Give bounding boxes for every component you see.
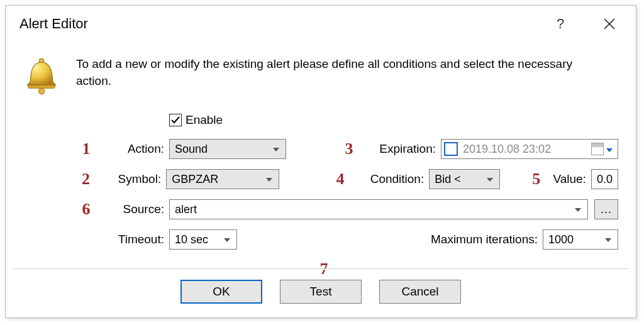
check-icon [171,116,180,124]
symbol-value: GBPZAR [172,173,218,186]
condition-select[interactable]: Bid < [429,169,500,189]
close-button[interactable] [596,10,623,38]
annotation-3: 3 [339,140,359,158]
annotation-6: 6 [76,200,96,219]
footer: OK Test Cancel [6,280,636,304]
form: Enable 1 Action: Sound 3 Expiration: 201… [76,109,618,255]
source-value: alert [175,203,197,216]
source-select[interactable]: alert [169,199,588,219]
intro-text: To add a new or modify the existing aler… [76,55,598,89]
timeout-label: Timeout: [96,233,169,246]
ok-button[interactable]: OK [180,280,262,304]
titlebar: Alert Editor ? [6,6,636,42]
expiration-label: Expiration: [359,142,441,156]
alert-editor-dialog: Alert Editor ? [5,5,636,318]
max-iterations-select[interactable]: 1000 [543,229,618,250]
symbol-label: Symbol: [96,172,166,186]
expiration-field[interactable]: 2019.10.08 23:02 [441,139,618,159]
dialog-body: To add a new or modify the existing aler… [6,42,636,255]
expiration-dropdown-icon[interactable] [604,143,615,155]
max-iterations-label: Maximum iterations: [431,233,543,246]
bell-icon [23,57,60,95]
timeout-select[interactable]: 10 sec [169,229,237,250]
separator [13,268,628,269]
action-select[interactable]: Sound [169,139,286,159]
condition-value: Bid < [435,173,461,186]
symbol-select[interactable]: GBPZAR [166,169,279,189]
source-label: Source: [96,202,169,216]
browse-label: ... [601,203,612,216]
condition-label: Condition: [350,172,429,186]
expiration-checkbox[interactable] [444,142,458,156]
action-label: Action: [96,142,169,156]
expiration-value: 2019.10.08 23:02 [463,143,589,156]
source-browse-button[interactable]: ... [594,199,618,219]
test-button[interactable]: Test [280,280,362,304]
value-label: Value: [546,172,591,186]
calendar-icon[interactable] [591,143,604,155]
annotation-2: 2 [76,170,96,189]
enable-label: Enable [186,113,223,127]
svg-point-3 [38,88,45,94]
timeout-value: 10 sec [175,233,208,246]
enable-checkbox[interactable] [169,114,182,126]
value-text: 0.0 [597,173,613,186]
window-title: Alert Editor [19,16,534,32]
value-input[interactable]: 0.0 [591,169,618,189]
max-iterations-value: 1000 [548,233,574,246]
help-button[interactable]: ? [547,10,574,38]
annotation-4: 4 [331,170,350,189]
annotation-1: 1 [76,140,96,158]
annotation-5: 5 [526,170,546,189]
cancel-button[interactable]: Cancel [379,280,461,304]
action-value: Sound [175,143,208,156]
close-icon [604,18,615,30]
